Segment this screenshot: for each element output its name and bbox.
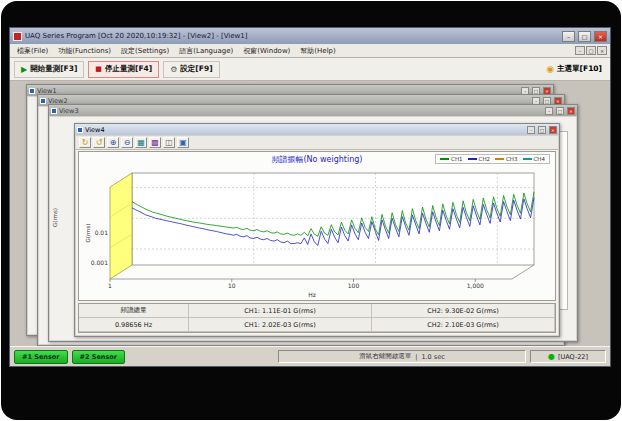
waterfall-side-wall <box>110 173 132 279</box>
ch4-line-swatch <box>523 158 532 160</box>
view2-icon <box>40 98 46 104</box>
main-menu-button[interactable]: ◉ 主選單[F10] <box>546 64 606 74</box>
device-status-panel: ● [UAQ-22] <box>530 350 606 363</box>
sensor1-button[interactable]: #1 Sensor <box>14 350 68 364</box>
connection-status-icon: ● <box>548 353 555 361</box>
view4-icon <box>77 127 83 133</box>
spectrum-plot[interactable]: 0.01 0.001 1 10 100 1,000 Hz G(rms) <box>82 165 552 298</box>
ch3-line-swatch <box>495 158 504 160</box>
readout-table: 頻譜總量 CH1: 1.11E-01 G(rms) CH2: 9.30E-02 … <box>78 303 556 333</box>
play-icon: ▶ <box>21 65 27 74</box>
spectrum-chart-panel[interactable]: 頻譜振幅(No weighting) CH1 CH2 CH3 <box>78 151 556 301</box>
ch1-line-swatch <box>440 158 449 160</box>
view3-icon <box>51 108 57 114</box>
device-name: [UAQ-22] <box>558 353 588 361</box>
legend-entry-ch3: CH3 <box>495 156 517 162</box>
front-axis-frame <box>110 265 534 279</box>
x-axis-label: Hz <box>308 291 316 298</box>
view4-title: View4 <box>85 126 105 134</box>
view3-y-axis-label: G(rms) <box>52 208 58 227</box>
menu-language[interactable]: 語言(Language) <box>174 44 238 57</box>
refresh-icon[interactable]: ↻ <box>79 137 91 148</box>
split-view-icon[interactable]: ◫ <box>163 137 175 148</box>
mdi-restore-button[interactable]: □ <box>586 46 596 55</box>
view4-toolbar: ↻ ↺ ⊕ ⊖ ▦ ▩ ◫ ▣ <box>76 136 558 150</box>
view3-titlebar[interactable]: View3 – □ × <box>49 105 577 116</box>
main-menu-label: 主選單[F10] <box>557 64 602 74</box>
settings-button[interactable]: ⚙ 設定[F9] <box>163 61 219 78</box>
menu-functions[interactable]: 功能(Functions) <box>53 44 116 57</box>
legend-entry-ch1: CH1 <box>440 156 462 162</box>
x-tick-1000: 1,000 <box>467 282 484 289</box>
status-interval: 1.0 sec <box>421 353 444 361</box>
y-tick-0001: 0.001 <box>91 259 108 266</box>
maximize-button[interactable]: □ <box>578 31 591 42</box>
readout-overall-ch1: CH1: 1.11E-01 G(rms) <box>189 304 372 318</box>
x-tick-marks <box>110 279 475 282</box>
menu-help[interactable]: 幫助(Help) <box>295 44 340 57</box>
app-icon <box>13 32 22 41</box>
readout-overall-ch2: CH2: 9.30E-02 G(rms) <box>372 304 555 318</box>
start-measure-button[interactable]: ▶ 開始量測[F3] <box>14 61 84 78</box>
rotate-icon[interactable]: ↺ <box>93 137 105 148</box>
x-tick-1: 1 <box>108 282 112 289</box>
app-window: UAQ Series Program [Oct 20 2020,10:19:32… <box>9 27 611 367</box>
y-tick-001: 0.01 <box>95 229 109 236</box>
x-tick-100: 100 <box>348 282 360 289</box>
status-separator: | <box>415 353 417 361</box>
stop-measure-button[interactable]: ■ 停止量測[F4] <box>88 61 159 78</box>
view4-maximize-button[interactable]: □ <box>538 126 546 134</box>
plot-back-plane <box>132 173 534 265</box>
view4-close-button[interactable]: × <box>549 126 557 134</box>
stop-icon: ■ <box>95 65 102 73</box>
chart-legend: CH1 CH2 CH3 CH4 <box>435 154 550 164</box>
view1-icon <box>29 88 35 94</box>
mdi-close-button[interactable]: × <box>597 46 607 55</box>
zoom-out-icon[interactable]: ⊖ <box>121 137 133 148</box>
view3-minimize-button[interactable]: – <box>545 107 553 115</box>
readout-cursor-ch2: CH2: 2.10E-03 G(rms) <box>372 318 555 332</box>
menu-file[interactable]: 檔案(File) <box>12 44 53 57</box>
view4-minimize-button[interactable]: – <box>527 126 535 134</box>
window-title: UAQ Series Program [Oct 20 2020,10:19:32… <box>25 32 559 40</box>
waterfall-view-icon[interactable]: ▩ <box>149 137 161 148</box>
status-message-panel: 滑鼠右鍵開啟選單 | 1.0 sec <box>278 350 526 363</box>
settings-label: 設定[F9] <box>180 64 212 74</box>
view3-close-button[interactable]: × <box>567 107 575 115</box>
zoom-in-icon[interactable]: ⊕ <box>107 137 119 148</box>
menubar: 檔案(File) 功能(Functions) 設定(Settings) 語言(L… <box>10 44 610 58</box>
legend-label-ch3: CH3 <box>506 156 517 162</box>
mdi-window-controls: – □ × <box>575 46 610 55</box>
mdi-minimize-button[interactable]: – <box>575 46 585 55</box>
view3-maximize-button[interactable]: □ <box>556 107 564 115</box>
view4-client: ↻ ↺ ⊕ ⊖ ▦ ▩ ◫ ▣ 頻譜振幅(No weighting) CH1 <box>76 136 558 335</box>
legend-entry-ch2: CH2 <box>468 156 490 162</box>
x-tick-10: 10 <box>228 282 236 289</box>
mdi-area: View1 – □ × View2 – □ × View3 <box>10 81 610 346</box>
child-window-view4[interactable]: View4 – □ × ↻ ↺ ⊕ ⊖ ▦ ▩ ◫ ▣ 頻譜振幅(N <box>74 123 560 337</box>
main-toolbar: ▶ 開始量測[F3] ■ 停止量測[F4] ⚙ 設定[F9] ◉ 主選單[F10… <box>10 58 610 81</box>
readout-cursor-ch1: CH1: 2.02E-03 G(rms) <box>189 318 372 332</box>
legend-entry-ch4: CH4 <box>523 156 545 162</box>
status-message: 滑鼠右鍵開啟選單 <box>359 352 411 361</box>
legend-label-ch1: CH1 <box>451 156 462 162</box>
close-button[interactable]: × <box>594 31 607 42</box>
grid-view-icon[interactable]: ▦ <box>135 137 147 148</box>
minimize-button[interactable]: – <box>562 31 575 42</box>
y-axis-label: G(rms) <box>85 224 91 243</box>
titlebar[interactable]: UAQ Series Program [Oct 20 2020,10:19:32… <box>10 28 610 44</box>
menu-window[interactable]: 視窗(Window) <box>238 44 295 57</box>
legend-label-ch4: CH4 <box>534 156 545 162</box>
legend-label-ch2: CH2 <box>479 156 490 162</box>
start-measure-label: 開始量測[F3] <box>30 64 77 74</box>
readout-overall-label: 頻譜總量 <box>79 304 189 318</box>
ch2-line-swatch <box>468 158 477 160</box>
stop-measure-label: 停止量測[F4] <box>105 64 152 74</box>
gear-icon: ⚙ <box>170 65 177 74</box>
main-menu-icon: ◉ <box>546 64 554 74</box>
sensor2-button[interactable]: #2 Sensor <box>72 350 126 364</box>
save-icon[interactable]: ▣ <box>177 137 189 148</box>
menu-settings[interactable]: 設定(Settings) <box>116 44 174 57</box>
view4-titlebar[interactable]: View4 – □ × <box>75 124 559 135</box>
bottom-bar: #1 Sensor #2 Sensor 滑鼠右鍵開啟選單 | 1.0 sec ●… <box>10 346 610 366</box>
